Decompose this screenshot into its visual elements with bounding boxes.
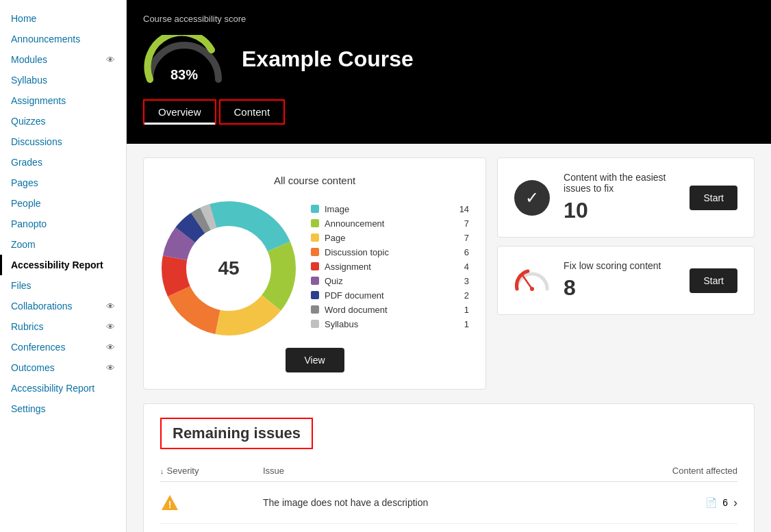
main-content: Course accessibility score 83% Example C… [127,0,771,532]
chevron-right-icon: › [733,496,737,510]
tab-content[interactable]: Content [219,99,286,125]
legend-syllabus: Syllabus 1 [311,319,469,329]
sidebar-item-assignments[interactable]: Assignments [0,90,126,111]
affected-count: 6 [722,497,728,508]
issue-text: The image does not have a description [263,497,601,508]
legend-dot-page [311,233,319,242]
low-score-card: Fix low scoring content 8 Start [497,246,755,315]
eye-icon: 👁 [106,55,115,65]
chart-title: All course content [160,175,469,186]
doc-icon: 📄 [705,497,717,508]
sidebar-item-outcomes[interactable]: Outcomes 👁 [0,357,126,378]
sidebar-item-accessibility-report-2[interactable]: Accessibility Report [0,378,126,398]
sidebar-item-rubrics[interactable]: Rubrics 👁 [0,316,126,337]
donut-total: 45 [218,257,239,279]
gauge-icon [514,263,550,299]
low-score-card-body: Fix low scoring content 8 [564,260,676,301]
page-header: Course accessibility score 83% Example C… [127,0,771,144]
easiest-issues-card: ✓ Content with the easiest issues to fix… [497,157,755,238]
legend-dot-assignment [311,262,319,270]
legend-discussion: Discussion topic 6 [311,247,469,257]
score-gauge: 83% [143,35,225,83]
legend-quiz: Quiz 3 [311,276,469,286]
sidebar-item-modules[interactable]: Modules 👁 [0,49,126,70]
legend-dot-pdf [311,291,319,299]
overview-grid: All course content [143,157,755,390]
view-button[interactable]: View [286,348,344,372]
legend-page: Page 7 [311,233,469,243]
sort-arrow-icon: ↓ [160,467,164,475]
severity-cell: ! [160,493,263,512]
legend-word: Word document 1 [311,305,469,315]
sidebar-item-people[interactable]: People [0,193,126,214]
sidebar-item-settings[interactable]: Settings [0,398,126,419]
severity-header: ↓ Severity [160,466,263,476]
gauge-red-svg [514,263,550,299]
legend-dot-word [311,305,319,314]
sidebar-item-grades[interactable]: Grades [0,152,126,173]
sidebar: Home Announcements Modules 👁 Syllabus As… [0,0,127,532]
sidebar-item-syllabus[interactable]: Syllabus [0,70,126,90]
header-tabs: Overview Content [143,99,755,125]
svg-point-11 [530,287,534,291]
legend-image: Image 14 [311,204,469,214]
legend-dot-image [311,205,319,213]
eye-icon-outcomes: 👁 [106,363,115,373]
legend-announcement: Announcement 7 [311,218,469,229]
sidebar-item-pages[interactable]: Pages [0,173,126,193]
sidebar-item-announcements[interactable]: Announcements [0,29,126,49]
easiest-count: 10 [564,198,676,223]
legend-assignment: Assignment 4 [311,262,469,272]
sidebar-item-collaborations[interactable]: Collaborations 👁 [0,296,126,316]
content-area: All course content [127,144,771,532]
legend-dot-announcement [311,219,319,227]
sidebar-item-conferences[interactable]: Conferences 👁 [0,337,126,357]
svg-text:!: ! [168,499,172,510]
table-row[interactable]: ! The image does not have a description … [160,482,737,524]
check-icon: ✓ [514,180,550,216]
legend-dot-discussion [311,248,319,256]
warning-icon: ! [160,493,179,512]
sidebar-item-accessibility-report[interactable]: Accessibility Report [0,255,126,275]
issue-header: Issue [263,466,601,476]
easiest-start-button[interactable]: Start [690,186,737,210]
sidebar-item-files[interactable]: Files [0,275,126,296]
remaining-title-box: Remaining issues [160,418,313,449]
remaining-issues-section: Remaining issues ↓ Severity Issue Conten… [143,403,755,532]
low-score-count: 8 [564,275,676,301]
score-value: 83% [170,67,198,83]
sidebar-item-zoom[interactable]: Zoom [0,234,126,255]
legend-dot-quiz [311,277,319,285]
remaining-title: Remaining issues [173,425,301,442]
sidebar-item-quizzes[interactable]: Quizzes [0,111,126,131]
tab-overview[interactable]: Overview [143,99,216,125]
eye-icon-conf: 👁 [106,342,115,353]
easiest-card-body: Content with the easiest issues to fix 1… [564,172,676,223]
eye-icon-rubrics: 👁 [106,322,115,332]
easiest-desc: Content with the easiest issues to fix [564,172,676,194]
svg-line-10 [522,275,532,289]
affected-header: Content affected [601,466,737,476]
score-label: Course accessibility score [143,14,755,24]
affected-value: 📄 6 › [601,496,737,510]
donut-chart: 45 [160,200,297,337]
sidebar-item-panopto[interactable]: Panopto [0,214,126,234]
sidebar-item-discussions[interactable]: Discussions [0,131,126,152]
legend-pdf: PDF document 2 [311,290,469,301]
chart-card: All course content [143,157,486,390]
course-title: Example Course [242,47,414,72]
chart-legend: Image 14 Announcement 7 Page 7 [311,204,469,333]
legend-dot-syllabus [311,320,319,328]
sidebar-item-home[interactable]: Home [0,8,126,29]
low-score-desc: Fix low scoring content [564,260,676,271]
issues-table-header: ↓ Severity Issue Content affected [160,460,737,482]
eye-icon-collab: 👁 [106,301,115,312]
right-cards: ✓ Content with the easiest issues to fix… [497,157,755,390]
low-score-start-button[interactable]: Start [690,268,737,293]
